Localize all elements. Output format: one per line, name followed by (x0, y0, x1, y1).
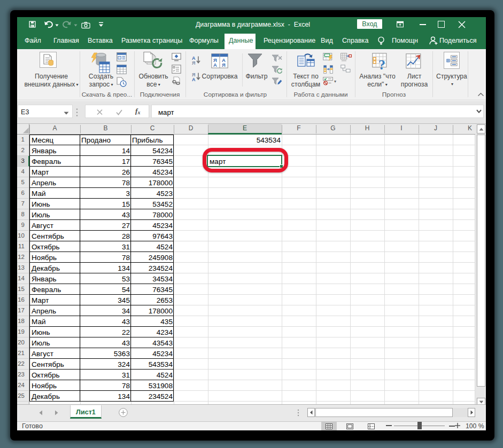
svg-text:Я: Я (222, 62, 226, 68)
svg-text:А: А (213, 62, 217, 68)
svg-text:?: ? (378, 57, 385, 73)
svg-text:Я: Я (192, 60, 195, 66)
svg-text:А: А (192, 56, 196, 61)
